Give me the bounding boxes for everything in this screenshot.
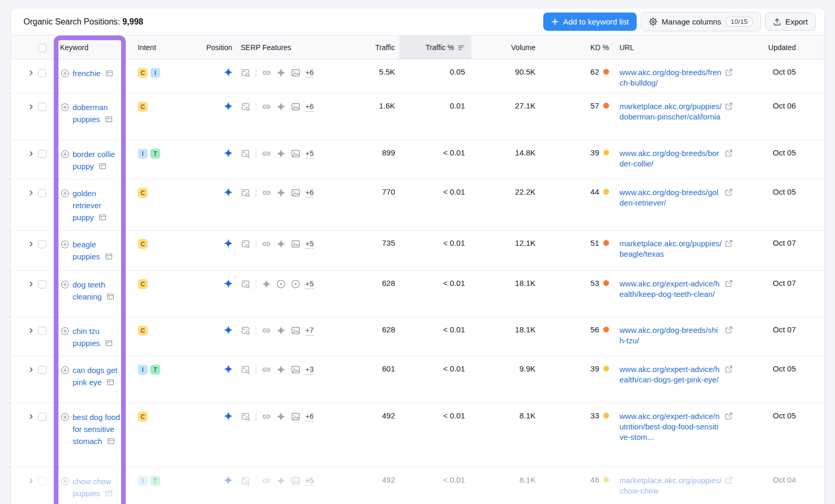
- row-expander[interactable]: [23, 148, 38, 157]
- row-checkbox[interactable]: [38, 366, 46, 374]
- row-expander[interactable]: [23, 411, 38, 420]
- serp-preview-icon[interactable]: [241, 239, 250, 249]
- keyword-link[interactable]: dog teeth cleaning: [61, 279, 130, 303]
- serp-more-link[interactable]: +6: [305, 412, 314, 422]
- external-link-icon[interactable]: [725, 102, 733, 110]
- serp-more-link[interactable]: +7: [305, 326, 314, 335]
- add-keyword-plus-icon[interactable]: [61, 413, 69, 422]
- external-link-icon[interactable]: [725, 280, 733, 287]
- column-header-volume[interactable]: Volume: [471, 35, 542, 59]
- keyword-link[interactable]: golden retriever puppy: [61, 187, 130, 223]
- serp-more-link[interactable]: +3: [305, 365, 314, 375]
- serp-snapshot-icon[interactable]: [105, 69, 113, 77]
- add-keyword-plus-icon[interactable]: [61, 366, 69, 375]
- serp-snapshot-icon[interactable]: [105, 339, 113, 347]
- serp-preview-icon[interactable]: [241, 102, 250, 112]
- serp-preview-icon[interactable]: [241, 68, 250, 78]
- row-expander[interactable]: [23, 325, 38, 334]
- external-link-icon[interactable]: [725, 326, 733, 334]
- keyword-link[interactable]: best dog food for sensitive stomach: [61, 411, 130, 447]
- external-link-icon[interactable]: [725, 365, 733, 373]
- serp-more-link[interactable]: +5: [305, 280, 314, 289]
- row-checkbox[interactable]: [38, 150, 46, 158]
- url-link[interactable]: www.akc.org/expert-advice/nutrition/best…: [619, 411, 722, 442]
- serp-preview-icon[interactable]: [241, 412, 250, 422]
- serp-preview-icon[interactable]: [241, 365, 250, 375]
- url-link[interactable]: www.akc.org/dog-breeds/french-bulldog/: [619, 67, 722, 88]
- serp-more-link[interactable]: +5: [305, 149, 314, 159]
- add-keyword-plus-icon[interactable]: [61, 327, 69, 335]
- row-checkbox[interactable]: [38, 240, 46, 248]
- keyword-link[interactable]: chin tzu puppies: [61, 325, 130, 349]
- add-keyword-plus-icon[interactable]: [61, 189, 69, 198]
- row-expander[interactable]: [23, 364, 38, 373]
- column-header-kd[interactable]: KD %: [542, 35, 612, 59]
- column-header-traffic-pct[interactable]: Traffic %: [399, 35, 471, 59]
- external-link-icon[interactable]: [725, 239, 733, 247]
- url-link[interactable]: www.akc.org/expert-advice/health/keep-do…: [619, 279, 722, 299]
- serp-preview-icon[interactable]: [241, 188, 250, 198]
- serp-snapshot-icon[interactable]: [99, 162, 106, 170]
- serp-snapshot-icon[interactable]: [107, 437, 115, 445]
- add-keyword-plus-icon[interactable]: [61, 240, 69, 249]
- add-keyword-plus-icon[interactable]: [61, 477, 69, 486]
- keyword-link[interactable]: beagle puppies: [61, 238, 130, 262]
- row-expander[interactable]: [23, 187, 38, 196]
- url-link[interactable]: marketplace.akc.org/puppies/chow-chow: [619, 475, 722, 496]
- row-checkbox[interactable]: [38, 413, 46, 421]
- url-link[interactable]: www.akc.org/dog-breeds/golden-retriever/: [619, 187, 722, 208]
- row-expander[interactable]: [23, 101, 38, 110]
- external-link-icon[interactable]: [725, 412, 733, 420]
- url-link[interactable]: marketplace.akc.org/puppies/beagle/texas: [619, 238, 722, 259]
- serp-snapshot-icon[interactable]: [106, 293, 114, 301]
- keyword-link[interactable]: doberman puppies: [61, 101, 130, 125]
- serp-snapshot-icon[interactable]: [105, 253, 113, 260]
- serp-more-link[interactable]: +6: [305, 188, 314, 198]
- row-checkbox[interactable]: [38, 327, 46, 335]
- select-all-checkbox[interactable]: [38, 44, 46, 52]
- row-checkbox[interactable]: [38, 280, 46, 289]
- url-link[interactable]: www.akc.org/dog-breeds/border-collie/: [619, 148, 722, 169]
- serp-preview-icon[interactable]: [241, 279, 250, 289]
- add-keyword-plus-icon[interactable]: [61, 150, 69, 159]
- external-link-icon[interactable]: [725, 149, 733, 157]
- row-checkbox[interactable]: [38, 103, 46, 111]
- serp-snapshot-icon[interactable]: [99, 213, 106, 221]
- manage-columns-button[interactable]: Manage columns 10/15: [641, 12, 761, 31]
- external-link-icon[interactable]: [725, 68, 733, 76]
- serp-snapshot-icon[interactable]: [105, 115, 113, 123]
- add-keyword-plus-icon[interactable]: [61, 69, 69, 78]
- keyword-link[interactable]: can dogs get pink eye: [61, 364, 130, 388]
- add-keyword-plus-icon[interactable]: [61, 103, 69, 112]
- serp-more-link[interactable]: +5: [305, 476, 314, 486]
- keyword-link[interactable]: border collie puppy: [61, 148, 130, 172]
- row-expander[interactable]: [23, 279, 38, 287]
- column-header-position[interactable]: Position: [168, 35, 236, 59]
- column-header-updated[interactable]: Updated: [742, 35, 825, 59]
- row-expander[interactable]: [23, 238, 38, 247]
- row-checkbox[interactable]: [38, 69, 46, 77]
- row-checkbox[interactable]: [38, 477, 46, 485]
- add-keyword-plus-icon[interactable]: [61, 280, 69, 289]
- url-link[interactable]: marketplace.akc.org/puppies/doberman-pin…: [619, 101, 722, 122]
- serp-snapshot-icon[interactable]: [106, 378, 114, 386]
- serp-preview-icon[interactable]: [241, 326, 250, 335]
- serp-snapshot-icon[interactable]: [105, 489, 113, 497]
- serp-more-link[interactable]: +6: [305, 102, 314, 112]
- serp-preview-icon[interactable]: [241, 149, 250, 159]
- serp-more-link[interactable]: +6: [305, 68, 314, 78]
- url-link[interactable]: www.akc.org/expert-advice/health/can-dog…: [619, 364, 722, 385]
- keyword-link[interactable]: chow chow puppies: [61, 475, 130, 499]
- export-button[interactable]: Export: [765, 13, 816, 31]
- column-header-traffic[interactable]: Traffic: [320, 35, 399, 59]
- add-to-keyword-list-button[interactable]: Add to keyword list: [543, 13, 637, 31]
- url-link[interactable]: www.akc.org/dog-breeds/shih-tzu/: [619, 325, 722, 346]
- serp-preview-icon[interactable]: [241, 476, 250, 486]
- row-expander[interactable]: [23, 67, 38, 76]
- row-checkbox[interactable]: [38, 189, 46, 197]
- external-link-icon[interactable]: [725, 188, 733, 196]
- serp-more-link[interactable]: +5: [305, 239, 314, 249]
- external-link-icon[interactable]: [725, 476, 733, 484]
- keyword-link[interactable]: frenchie: [61, 67, 130, 79]
- row-expander[interactable]: [23, 475, 38, 484]
